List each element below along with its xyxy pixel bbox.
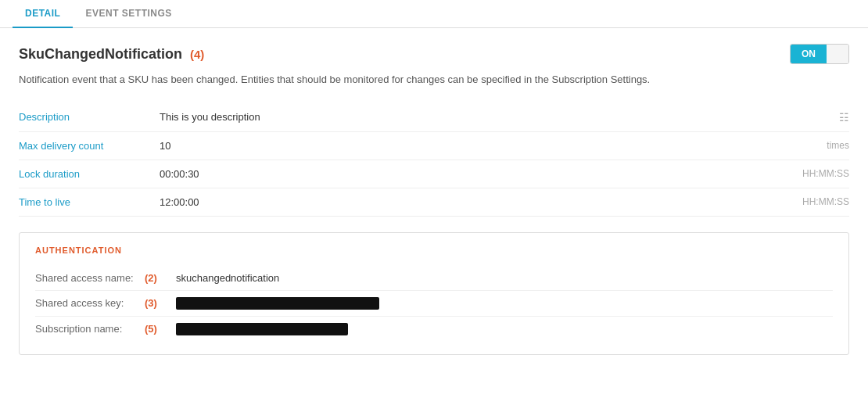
field-value-time-to-live: 12:00:00	[160, 196, 802, 208]
auth-badge-subscription-name: (5)	[145, 323, 176, 335]
title-row: SkuChangedNotification (4) ON	[19, 44, 849, 64]
field-row-max-delivery-count: Max delivery count 10 times	[19, 132, 849, 160]
field-label-max-delivery-count: Max delivery count	[19, 140, 160, 152]
notification-description: Notification event that a SKU has been c…	[19, 72, 849, 88]
field-label-lock-duration: Lock duration	[19, 168, 160, 180]
field-hint-max-delivery-count: times	[827, 140, 849, 151]
auth-row-subscription-name: Subscription name: (5)	[35, 317, 833, 342]
authentication-section: AUTHENTICATION Shared access name: (2) s…	[19, 232, 849, 355]
field-hint-time-to-live: HH:MM:SS	[802, 196, 849, 207]
tab-event-settings[interactable]: EVENT SETTINGS	[73, 0, 184, 28]
field-value-description: This is you description	[160, 111, 833, 123]
field-row-time-to-live: Time to live 12:00:00 HH:MM:SS	[19, 188, 849, 217]
field-label-description: Description	[19, 111, 160, 123]
field-value-lock-duration: 00:00:30	[160, 168, 802, 180]
auth-badge-shared-access-key: (3)	[145, 297, 176, 309]
toggle-on[interactable]: ON	[791, 45, 827, 63]
field-hint-lock-duration: HH:MM:SS	[802, 168, 849, 179]
on-off-toggle[interactable]: ON	[790, 44, 849, 64]
toggle-off[interactable]	[827, 45, 848, 63]
toggle-container: ON	[790, 44, 849, 64]
tab-detail[interactable]: DETAIL	[13, 0, 73, 28]
field-row-lock-duration: Lock duration 00:00:30 HH:MM:SS	[19, 160, 849, 188]
notification-count-badge: (4)	[190, 48, 204, 61]
edit-icon[interactable]: ☷	[839, 111, 849, 124]
auth-value-shared-access-key-redacted	[176, 297, 379, 310]
auth-row-shared-access-name: Shared access name: (2) skuchangednotifi…	[35, 266, 833, 291]
authentication-title: AUTHENTICATION	[35, 246, 833, 255]
auth-row-shared-access-key: Shared access key: (3)	[35, 291, 833, 317]
field-label-time-to-live: Time to live	[19, 196, 160, 208]
auth-label-subscription-name: Subscription name:	[35, 323, 145, 335]
auth-value-subscription-name-redacted	[176, 323, 348, 335]
field-value-max-delivery-count: 10	[160, 140, 827, 152]
main-content: SkuChangedNotification (4) ON Notificati…	[0, 28, 868, 371]
auth-value-shared-access-name: skuchangednotification	[176, 272, 279, 284]
page-title: SkuChangedNotification	[19, 46, 182, 63]
title-group: SkuChangedNotification (4)	[19, 46, 204, 63]
auth-label-shared-access-key: Shared access key:	[35, 297, 145, 309]
tab-bar: DETAIL EVENT SETTINGS	[0, 0, 868, 28]
auth-label-shared-access-name: Shared access name:	[35, 272, 145, 284]
auth-badge-shared-access-name: (2)	[145, 272, 176, 284]
field-row-description: Description This is you description ☷	[19, 103, 849, 132]
